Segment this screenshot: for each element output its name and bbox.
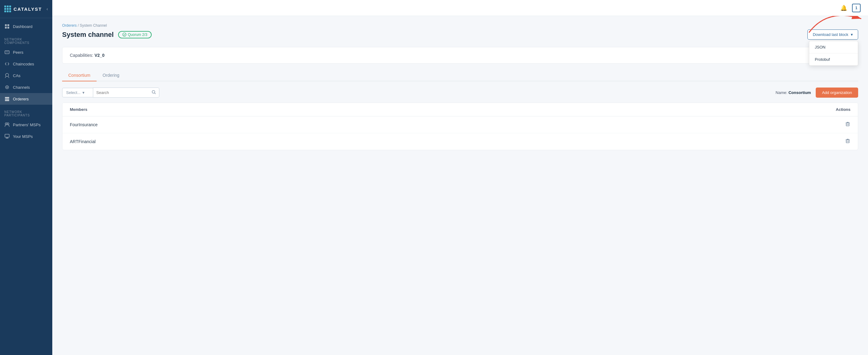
your-msps-icon	[4, 134, 10, 139]
svg-rect-7	[8, 51, 8, 52]
delete-row-0-button[interactable]	[845, 121, 850, 128]
quorum-label: Quorum 2/3	[128, 33, 147, 37]
download-option-json[interactable]: JSON	[809, 41, 858, 54]
sidebar-item-partners-msps-label: Partners' MSPs	[13, 122, 40, 127]
member-name: ARTFinancial	[70, 139, 96, 144]
sidebar-item-peers-label: Peers	[13, 50, 23, 55]
svg-rect-15	[5, 134, 9, 137]
sidebar: CATALYST ‹ Dashboard Network components	[0, 0, 52, 355]
add-organization-button[interactable]: Add organization	[816, 87, 858, 98]
sidebar-item-peers[interactable]: Peers	[0, 46, 52, 58]
user-badge[interactable]: 1	[852, 4, 861, 12]
sidebar-item-your-msps[interactable]: Your MSPs	[0, 131, 52, 142]
members-column-header: Members	[70, 107, 87, 112]
orderers-icon	[4, 96, 10, 102]
actions-column-header: Actions	[836, 107, 850, 112]
download-chevron-icon: ▾	[851, 32, 853, 37]
svg-rect-20	[846, 140, 849, 143]
sidebar-item-partners-msps[interactable]: Partners' MSPs	[0, 119, 52, 131]
download-option-protobuf[interactable]: Protobuf	[809, 54, 858, 65]
toolbar-right: Name: Consortium Add organization	[776, 87, 858, 98]
table-row: ARTFinancial	[62, 133, 858, 150]
svg-rect-0	[5, 24, 7, 26]
page-header: System channel Quorum 2/3 Download last …	[62, 30, 858, 40]
sidebar-item-channels-label: Channels	[13, 85, 30, 90]
select-chevron-icon: ▾	[83, 90, 85, 95]
partners-msps-icon	[4, 122, 10, 128]
download-dropdown: JSON Protobuf	[809, 41, 858, 66]
svg-point-9	[6, 86, 8, 88]
sidebar-item-your-msps-label: Your MSPs	[13, 134, 33, 139]
download-btn-label: Download last block	[813, 32, 848, 37]
capabilities-value: V2_0	[94, 53, 104, 58]
tab-consortium[interactable]: Consortium	[62, 70, 97, 81]
sidebar-item-chaincodes[interactable]: Chaincodes	[0, 58, 52, 70]
delete-row-1-button[interactable]	[845, 138, 850, 145]
svg-rect-10	[5, 97, 9, 98]
sidebar-item-dashboard[interactable]: Dashboard	[0, 21, 52, 32]
member-name: FourInsurance	[70, 122, 97, 127]
name-value: Consortium	[788, 90, 811, 95]
select-placeholder: Select...	[66, 90, 81, 95]
svg-rect-5	[6, 51, 6, 52]
page-title-area: System channel Quorum 2/3	[62, 31, 152, 39]
peers-icon	[4, 49, 10, 55]
svg-rect-1	[7, 24, 9, 26]
sidebar-logo-area: CATALYST ‹	[0, 0, 52, 18]
sidebar-item-dashboard-label: Dashboard	[13, 24, 33, 29]
capabilities-prefix: Capabilities:	[70, 53, 93, 58]
svg-rect-6	[7, 51, 7, 52]
search-box	[93, 87, 159, 98]
page-title: System channel	[62, 31, 114, 39]
quorum-badge: Quorum 2/3	[118, 31, 152, 38]
chaincodes-icon	[4, 61, 10, 67]
topbar: 🔔 1	[52, 0, 868, 16]
svg-rect-2	[5, 27, 7, 29]
table-header: Members Actions	[62, 103, 858, 116]
svg-rect-19	[846, 123, 849, 126]
logo-text: CATALYST	[13, 6, 42, 12]
search-input[interactable]	[96, 90, 152, 95]
download-button-wrapper: Download last block ▾ JSON Protobuf	[807, 30, 858, 40]
dashboard-icon	[4, 24, 10, 29]
sidebar-item-orderers-label: Orderers	[13, 97, 29, 101]
toolbar: Select... ▾ Name: Consortium	[62, 87, 858, 98]
sidebar-item-cas-label: CAs	[13, 73, 21, 78]
breadcrumb: Orderers / System Channel	[62, 23, 858, 28]
members-table: Members Actions FourInsurance ARTFinanci…	[62, 103, 858, 150]
svg-point-14	[7, 123, 9, 125]
svg-rect-12	[5, 100, 9, 101]
main-area: 🔔 1 Orderers / System Channel System cha…	[52, 0, 868, 355]
tabs: Consortium Ordering	[62, 70, 858, 81]
network-components-label: Network components	[0, 32, 52, 46]
logo-grid-icon	[4, 5, 11, 12]
page-content: Orderers / System Channel System channel…	[52, 16, 868, 355]
table-row: FourInsurance	[62, 116, 858, 133]
sidebar-item-orderers[interactable]: Orderers	[0, 93, 52, 105]
capabilities-card: Capabilities: V2_0	[62, 47, 858, 64]
cas-icon	[4, 73, 10, 78]
download-last-block-button[interactable]: Download last block ▾	[807, 30, 858, 40]
svg-point-13	[5, 123, 7, 125]
quorum-check-icon	[122, 33, 126, 37]
name-prefix: Name:	[776, 90, 787, 95]
svg-rect-3	[7, 27, 9, 29]
breadcrumb-parent[interactable]: Orderers	[62, 23, 76, 28]
sidebar-item-chaincodes-label: Chaincodes	[13, 62, 34, 66]
breadcrumb-current: System Channel	[80, 23, 107, 28]
logo: CATALYST	[4, 5, 42, 12]
svg-rect-11	[5, 99, 9, 100]
svg-point-16	[122, 33, 126, 36]
network-participants-label: Network participants	[0, 105, 52, 119]
search-icon[interactable]	[152, 90, 156, 95]
sidebar-item-channels[interactable]: Channels	[0, 81, 52, 93]
notification-bell-icon[interactable]: 🔔	[840, 5, 847, 11]
toolbar-left: Select... ▾	[62, 87, 159, 98]
sidebar-collapse-button[interactable]: ‹	[46, 6, 48, 11]
tab-ordering[interactable]: Ordering	[97, 70, 125, 81]
sidebar-item-cas[interactable]: CAs	[0, 70, 52, 81]
consortium-name-label: Name: Consortium	[776, 90, 811, 95]
channels-icon	[4, 84, 10, 90]
breadcrumb-separator: /	[76, 23, 80, 28]
filter-select[interactable]: Select... ▾	[62, 88, 93, 97]
